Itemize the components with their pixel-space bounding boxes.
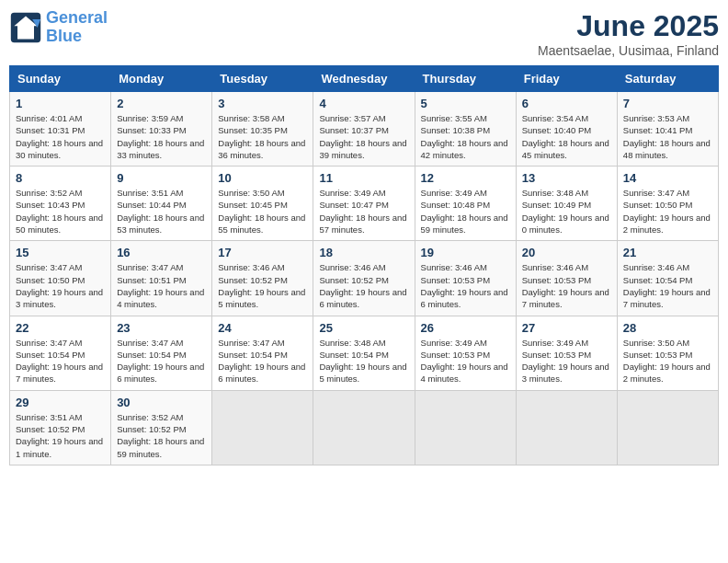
col-wednesday: Wednesday	[313, 66, 415, 92]
day-info: Sunrise: 3:54 AMSunset: 10:40 PMDaylight…	[522, 112, 611, 161]
title-area: June 2025 Maentsaelae, Uusimaa, Finland	[538, 9, 719, 58]
day-number: 25	[319, 321, 408, 335]
header: General Blue June 2025 Maentsaelae, Uusi…	[9, 9, 719, 58]
calendar-cell: 16 Sunrise: 3:47 AMSunset: 10:51 PMDayli…	[111, 241, 212, 316]
calendar-cell	[212, 390, 313, 465]
day-info: Sunrise: 3:55 AMSunset: 10:38 PMDaylight…	[421, 112, 510, 161]
col-saturday: Saturday	[617, 66, 718, 92]
day-info: Sunrise: 3:59 AMSunset: 10:33 PMDaylight…	[117, 112, 206, 161]
calendar-cell: 12 Sunrise: 3:49 AMSunset: 10:48 PMDayli…	[415, 167, 516, 241]
day-info: Sunrise: 3:50 AMSunset: 10:53 PMDaylight…	[623, 337, 712, 385]
day-number: 4	[319, 97, 408, 110]
day-number: 9	[117, 171, 206, 185]
day-number: 20	[522, 246, 611, 259]
day-info: Sunrise: 3:48 AMSunset: 10:54 PMDaylight…	[319, 337, 408, 385]
day-number: 15	[16, 246, 105, 259]
calendar-cell: 10 Sunrise: 3:50 AMSunset: 10:45 PMDayli…	[212, 167, 313, 241]
col-monday: Monday	[111, 66, 212, 92]
calendar-cell: 15 Sunrise: 3:47 AMSunset: 10:50 PMDayli…	[10, 241, 111, 316]
day-number: 5	[421, 97, 510, 110]
calendar-cell: 20 Sunrise: 3:46 AMSunset: 10:53 PMDayli…	[516, 241, 617, 316]
day-number: 7	[623, 97, 712, 110]
calendar-week-1: 1 Sunrise: 4:01 AMSunset: 10:31 PMDaylig…	[10, 92, 719, 167]
day-info: Sunrise: 3:52 AMSunset: 10:43 PMDaylight…	[16, 187, 105, 236]
day-number: 23	[117, 321, 206, 335]
day-number: 12	[421, 171, 510, 185]
day-info: Sunrise: 3:46 AMSunset: 10:53 PMDaylight…	[522, 261, 611, 310]
day-info: Sunrise: 3:46 AMSunset: 10:54 PMDaylight…	[623, 261, 712, 310]
day-info: Sunrise: 3:47 AMSunset: 10:54 PMDaylight…	[117, 337, 206, 385]
day-info: Sunrise: 3:47 AMSunset: 10:54 PMDaylight…	[218, 337, 307, 385]
day-info: Sunrise: 3:49 AMSunset: 10:48 PMDaylight…	[421, 187, 510, 236]
day-number: 19	[421, 246, 510, 259]
calendar-cell: 9 Sunrise: 3:51 AMSunset: 10:44 PMDaylig…	[111, 167, 212, 241]
day-number: 3	[218, 97, 307, 110]
calendar-cell: 27 Sunrise: 3:49 AMSunset: 10:53 PMDayli…	[516, 316, 617, 390]
calendar-cell	[313, 390, 415, 465]
day-number: 11	[319, 171, 408, 185]
calendar-cell: 21 Sunrise: 3:46 AMSunset: 10:54 PMDayli…	[617, 241, 718, 316]
day-number: 30	[117, 396, 206, 409]
day-number: 27	[522, 321, 611, 335]
col-sunday: Sunday	[10, 66, 111, 92]
day-number: 26	[421, 321, 510, 335]
col-tuesday: Tuesday	[212, 66, 313, 92]
day-info: Sunrise: 3:57 AMSunset: 10:37 PMDaylight…	[319, 112, 408, 161]
calendar-cell: 6 Sunrise: 3:54 AMSunset: 10:40 PMDaylig…	[516, 92, 617, 167]
day-info: Sunrise: 3:47 AMSunset: 10:50 PMDaylight…	[623, 187, 712, 236]
day-info: Sunrise: 3:46 AMSunset: 10:52 PMDaylight…	[218, 261, 307, 310]
day-info: Sunrise: 3:49 AMSunset: 10:53 PMDaylight…	[421, 337, 510, 385]
calendar-header: Sunday Monday Tuesday Wednesday Thursday…	[10, 66, 719, 92]
calendar: Sunday Monday Tuesday Wednesday Thursday…	[9, 65, 719, 465]
day-info: Sunrise: 3:58 AMSunset: 10:35 PMDaylight…	[218, 112, 307, 161]
calendar-cell: 24 Sunrise: 3:47 AMSunset: 10:54 PMDayli…	[212, 316, 313, 390]
day-info: Sunrise: 3:51 AMSunset: 10:44 PMDaylight…	[117, 187, 206, 236]
day-info: Sunrise: 3:49 AMSunset: 10:47 PMDaylight…	[319, 187, 408, 236]
day-info: Sunrise: 4:01 AMSunset: 10:31 PMDaylight…	[16, 112, 105, 161]
day-number: 21	[623, 246, 712, 259]
col-friday: Friday	[516, 66, 617, 92]
calendar-cell: 14 Sunrise: 3:47 AMSunset: 10:50 PMDayli…	[617, 167, 718, 241]
calendar-cell: 11 Sunrise: 3:49 AMSunset: 10:47 PMDayli…	[313, 167, 415, 241]
main-title: June 2025	[538, 9, 719, 43]
calendar-week-5: 29 Sunrise: 3:51 AMSunset: 10:52 PMDayli…	[10, 390, 719, 465]
day-number: 13	[522, 171, 611, 185]
day-number: 29	[16, 396, 105, 409]
logo-line2: Blue	[46, 27, 82, 45]
day-info: Sunrise: 3:47 AMSunset: 10:51 PMDaylight…	[117, 261, 206, 310]
day-number: 10	[218, 171, 307, 185]
logo-text: General Blue	[46, 9, 108, 46]
calendar-cell: 26 Sunrise: 3:49 AMSunset: 10:53 PMDayli…	[415, 316, 516, 390]
calendar-cell	[516, 390, 617, 465]
calendar-cell	[415, 390, 516, 465]
day-number: 8	[16, 171, 105, 185]
calendar-cell: 7 Sunrise: 3:53 AMSunset: 10:41 PMDaylig…	[617, 92, 718, 167]
day-info: Sunrise: 3:46 AMSunset: 10:53 PMDaylight…	[421, 261, 510, 310]
calendar-cell: 8 Sunrise: 3:52 AMSunset: 10:43 PMDaylig…	[10, 167, 111, 241]
day-number: 14	[623, 171, 712, 185]
subtitle: Maentsaelae, Uusimaa, Finland	[538, 43, 719, 58]
calendar-cell: 2 Sunrise: 3:59 AMSunset: 10:33 PMDaylig…	[111, 92, 212, 167]
day-number: 2	[117, 97, 206, 110]
calendar-week-3: 15 Sunrise: 3:47 AMSunset: 10:50 PMDayli…	[10, 241, 719, 316]
calendar-cell	[617, 390, 718, 465]
logo: General Blue	[9, 9, 108, 46]
day-number: 24	[218, 321, 307, 335]
logo-icon	[9, 11, 42, 44]
day-info: Sunrise: 3:53 AMSunset: 10:41 PMDaylight…	[623, 112, 712, 161]
calendar-cell: 4 Sunrise: 3:57 AMSunset: 10:37 PMDaylig…	[313, 92, 415, 167]
day-number: 17	[218, 246, 307, 259]
col-thursday: Thursday	[415, 66, 516, 92]
day-info: Sunrise: 3:46 AMSunset: 10:52 PMDaylight…	[319, 261, 408, 310]
calendar-week-4: 22 Sunrise: 3:47 AMSunset: 10:54 PMDayli…	[10, 316, 719, 390]
calendar-cell: 25 Sunrise: 3:48 AMSunset: 10:54 PMDayli…	[313, 316, 415, 390]
day-info: Sunrise: 3:50 AMSunset: 10:45 PMDaylight…	[218, 187, 307, 236]
day-number: 28	[623, 321, 712, 335]
day-info: Sunrise: 3:47 AMSunset: 10:54 PMDaylight…	[16, 337, 105, 385]
calendar-body: 1 Sunrise: 4:01 AMSunset: 10:31 PMDaylig…	[10, 92, 719, 465]
calendar-cell: 29 Sunrise: 3:51 AMSunset: 10:52 PMDayli…	[10, 390, 111, 465]
calendar-cell: 23 Sunrise: 3:47 AMSunset: 10:54 PMDayli…	[111, 316, 212, 390]
calendar-cell: 18 Sunrise: 3:46 AMSunset: 10:52 PMDayli…	[313, 241, 415, 316]
calendar-cell: 13 Sunrise: 3:48 AMSunset: 10:49 PMDayli…	[516, 167, 617, 241]
day-info: Sunrise: 3:47 AMSunset: 10:50 PMDaylight…	[16, 261, 105, 310]
